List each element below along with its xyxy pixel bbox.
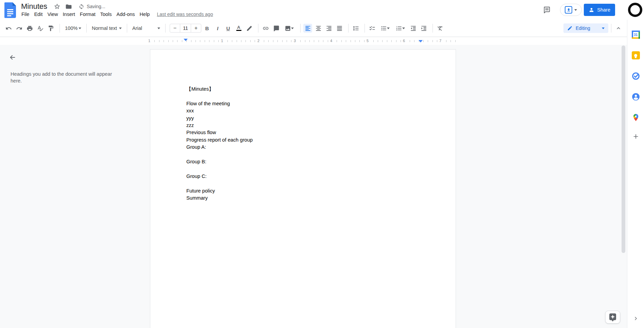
doc-line[interactable]: Previous flow	[186, 129, 422, 136]
text-color-button[interactable]: A	[234, 24, 243, 33]
menu-help[interactable]: Help	[137, 11, 152, 18]
clear-formatting-button[interactable]	[436, 24, 444, 33]
explore-button[interactable]	[605, 311, 620, 324]
highlight-color-button[interactable]	[245, 24, 254, 33]
decrease-font-size-button[interactable]: −	[170, 24, 180, 32]
font-size-value[interactable]: 11	[180, 24, 191, 32]
chevron-up-icon	[616, 25, 621, 31]
share-button[interactable]: Share	[584, 4, 615, 16]
ruler-number: 3	[292, 38, 297, 43]
document-page[interactable]: 【Minutes】 Flow of the meeting xxx yyy zz…	[150, 49, 456, 328]
increase-indent-button[interactable]	[419, 24, 428, 33]
close-outline-button[interactable]	[7, 52, 18, 62]
menu-insert[interactable]: Insert	[61, 11, 78, 18]
paint-format-button[interactable]	[46, 24, 55, 33]
saving-label: Saving...	[87, 4, 105, 9]
comment-history-icon[interactable]	[542, 5, 552, 15]
upload-arrow-icon	[565, 6, 572, 14]
align-right-button[interactable]	[324, 24, 333, 33]
chevron-down-icon	[119, 28, 122, 31]
line-spacing-button[interactable]	[351, 24, 360, 33]
doc-line[interactable]: Group B:	[186, 158, 422, 165]
divider	[348, 24, 349, 33]
menu-addons[interactable]: Add-ons	[114, 11, 137, 18]
doc-line[interactable]	[186, 165, 422, 172]
zoom-select[interactable]: 100%	[63, 24, 84, 33]
left-indent-marker[interactable]	[184, 39, 188, 41]
ruler-number: 4	[329, 38, 334, 43]
doc-line[interactable]: zzz	[186, 122, 422, 129]
vertical-scrollbar[interactable]	[622, 45, 625, 253]
italic-button[interactable]: I	[213, 24, 222, 33]
get-add-ons-button[interactable]	[631, 132, 641, 141]
menu-tools[interactable]: Tools	[98, 11, 114, 18]
menu-view[interactable]: View	[45, 11, 60, 18]
insert-image-button[interactable]	[282, 24, 296, 33]
google-calendar-icon[interactable]: 31	[631, 30, 641, 39]
hide-side-panel-button[interactable]	[631, 314, 641, 323]
add-comment-button[interactable]	[272, 24, 281, 33]
numbered-list-button[interactable]	[393, 24, 407, 33]
menu-bar: File Edit View Insert Format Tools Add-o…	[19, 11, 213, 18]
top-bar: Minutes Saving... File Edit View Insert …	[0, 0, 644, 20]
insert-link-button[interactable]	[261, 24, 270, 33]
google-maps-icon[interactable]	[631, 113, 641, 122]
spelling-check-button[interactable]	[36, 24, 45, 33]
title-row: Minutes Saving...	[21, 2, 105, 11]
print-button[interactable]	[25, 24, 34, 33]
doc-line[interactable]: xxx	[186, 107, 422, 114]
docs-logo-icon[interactable]	[4, 2, 16, 18]
underline-button[interactable]: U	[224, 24, 233, 33]
google-contacts-icon[interactable]	[631, 92, 641, 102]
font-select[interactable]: Arial	[130, 24, 163, 33]
checklist-button[interactable]	[368, 24, 376, 33]
highlighter-icon	[246, 25, 253, 32]
google-keep-icon[interactable]	[631, 51, 641, 60]
ruler-number: 6	[402, 38, 406, 43]
justify-button[interactable]	[335, 24, 344, 33]
increase-font-size-button[interactable]: +	[191, 24, 201, 32]
saving-status: Saving...	[79, 4, 105, 10]
star-icon[interactable]	[53, 3, 61, 10]
menu-format[interactable]: Format	[78, 11, 98, 18]
chevron-down-icon	[602, 28, 605, 31]
google-tasks-icon[interactable]	[631, 71, 641, 81]
avatar[interactable]	[628, 3, 642, 17]
paragraph-style-select[interactable]: Normal text	[89, 24, 124, 33]
hide-menus-button[interactable]	[614, 24, 623, 33]
doc-line[interactable]: Summary	[186, 195, 422, 202]
doc-line[interactable]: yyy	[186, 115, 422, 122]
toolbar: 100% Normal text Arial − 11 + B I U A	[0, 20, 627, 37]
last-edit-link[interactable]: Last edit was seconds ago	[157, 12, 213, 17]
doc-line[interactable]	[186, 151, 422, 158]
sync-icon	[79, 4, 84, 10]
align-left-button[interactable]	[303, 24, 312, 33]
menu-file[interactable]: File	[19, 11, 32, 18]
doc-line[interactable]	[186, 180, 422, 187]
text-color-icon: A	[236, 25, 241, 31]
font-size-group: − 11 +	[170, 24, 201, 33]
doc-line[interactable]: Group A:	[186, 144, 422, 151]
right-indent-marker[interactable]	[419, 40, 423, 42]
editing-mode-button[interactable]: Editing	[563, 23, 608, 33]
document-title[interactable]: Minutes	[21, 2, 47, 11]
align-center-button[interactable]	[314, 24, 323, 33]
underline-icon: U	[226, 25, 230, 31]
redo-button[interactable]	[15, 24, 23, 33]
bulleted-list-button[interactable]	[378, 24, 392, 33]
chevron-down-icon	[402, 28, 405, 31]
doc-line[interactable]: Group C:	[186, 173, 422, 180]
doc-line[interactable]: 【Minutes】	[186, 86, 422, 93]
menu-edit[interactable]: Edit	[32, 11, 45, 18]
decrease-indent-button[interactable]	[409, 24, 418, 33]
presentation-mode-button[interactable]	[560, 4, 582, 16]
doc-line[interactable]: Progress report of each group	[186, 136, 422, 144]
outline-placeholder: Headings you add to the document will ap…	[11, 71, 113, 84]
editing-mode-label: Editing	[576, 25, 599, 31]
doc-line[interactable]	[186, 93, 422, 100]
move-to-folder-icon[interactable]	[65, 3, 72, 10]
bold-button[interactable]: B	[203, 24, 211, 33]
doc-line[interactable]: Flow of the meeting	[186, 100, 422, 107]
undo-button[interactable]	[4, 24, 13, 33]
doc-line[interactable]: Future policy	[186, 187, 422, 195]
